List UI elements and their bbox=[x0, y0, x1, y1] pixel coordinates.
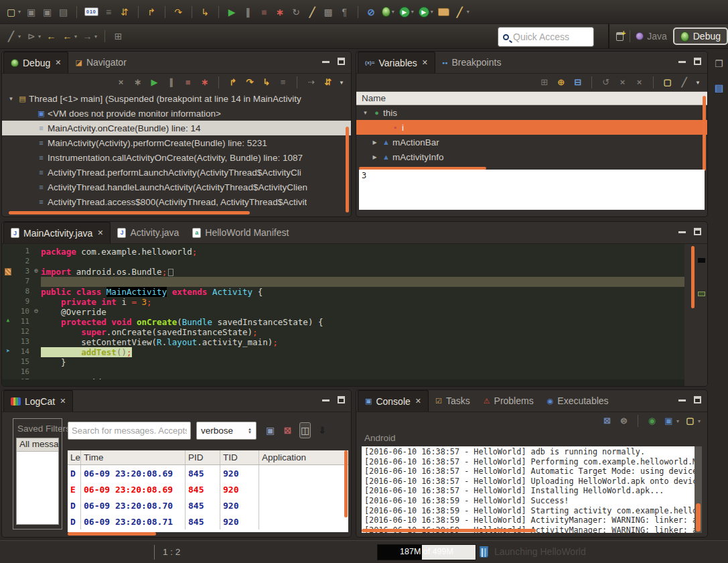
trace-file-icon[interactable]: 010 bbox=[84, 7, 98, 16]
suspend-icon[interactable]: ∥ bbox=[165, 76, 177, 88]
step-return-icon[interactable]: ↳ bbox=[261, 76, 272, 88]
maximize-icon[interactable] bbox=[694, 228, 701, 235]
forward-chevron[interactable]: ▾ bbox=[94, 34, 97, 40]
clear-console-icon[interactable]: ⊠ bbox=[601, 415, 613, 427]
tab-activity-java[interactable]: JActivity.java bbox=[111, 222, 186, 243]
coverage-pen-icon[interactable]: ╱ bbox=[454, 5, 465, 19]
saved-filters-list[interactable]: All messages bbox=[16, 438, 59, 525]
tree-row[interactable]: ▣<VM does not provide monitor informatio… bbox=[2, 106, 351, 121]
tab-console[interactable]: ▣Console✕ bbox=[358, 390, 429, 412]
new-wizard-icon[interactable]: ▢ bbox=[5, 5, 17, 19]
code-text[interactable]: super.onCreate(savedInstanceState); bbox=[41, 327, 684, 337]
outline-view-icon[interactable]: ▤ bbox=[713, 80, 725, 95]
tree-row[interactable]: ≡MainActivity.onCreate(Bundle) line: 14 bbox=[2, 121, 351, 135]
run-last-icon[interactable]: ↻ bbox=[291, 5, 302, 19]
code-text[interactable] bbox=[41, 367, 684, 377]
step-filters-icon[interactable]: ⇵ bbox=[322, 76, 334, 88]
save-all-icon[interactable]: ▣ bbox=[42, 5, 53, 19]
tab-problems[interactable]: ⚠Problems bbox=[477, 390, 540, 412]
tree-row[interactable]: ▶▲mActionBar bbox=[356, 135, 707, 149]
quick-access-input[interactable]: Quick Access bbox=[498, 27, 593, 46]
column-header-level[interactable]: Level bbox=[68, 450, 81, 464]
logcat-row[interactable]: E06-09 23:20:08.69845920 bbox=[68, 481, 348, 497]
minimize-icon[interactable] bbox=[678, 231, 686, 233]
add-watch-icon[interactable]: ⊕ bbox=[555, 76, 567, 88]
minimize-icon[interactable] bbox=[678, 399, 686, 401]
code-line[interactable]: 13 setContentView(R.layout.activity_main… bbox=[2, 337, 684, 347]
code-text[interactable] bbox=[41, 257, 684, 267]
relaunch-icon[interactable]: ∗ bbox=[275, 5, 286, 19]
disconnect-icon[interactable]: ∗ bbox=[199, 76, 210, 88]
code-text[interactable]: addTest(); bbox=[41, 347, 684, 357]
code-text[interactable]: protected void onCreate(Bundle savedInst… bbox=[41, 317, 684, 327]
remove-all-icon[interactable]: × bbox=[634, 76, 645, 88]
change-value-icon[interactable]: ↺ bbox=[600, 76, 611, 88]
show-whitespace-icon[interactable]: ¶ bbox=[339, 5, 350, 19]
use-step-filters-icon[interactable]: ⇢ bbox=[305, 76, 317, 88]
tab-variables[interactable]: (x)=Variables✕ bbox=[358, 52, 435, 73]
logcat-row[interactable]: D06-09 23:20:08.69845920 bbox=[68, 465, 348, 481]
step-over-icon[interactable]: ↷ bbox=[173, 5, 184, 19]
code-line[interactable]: 1package com.example.helloworld; bbox=[2, 247, 684, 257]
show-logical-structure-icon[interactable]: ⊞ bbox=[538, 76, 550, 88]
expander-icon[interactable]: ▼ bbox=[360, 110, 370, 116]
print-icon[interactable]: ▤ bbox=[58, 5, 69, 19]
column-header-tid[interactable]: TID bbox=[220, 450, 259, 464]
profile-icon[interactable]: ▶ bbox=[419, 7, 429, 17]
code-text[interactable]: public class MainActivity extends Activi… bbox=[41, 287, 684, 297]
spinner-arrows-icon[interactable]: ▲▼ bbox=[248, 428, 252, 434]
heap-status[interactable]: 187M of 499M bbox=[377, 544, 476, 560]
maximize-icon[interactable] bbox=[338, 396, 345, 403]
step-over-icon[interactable]: ↷ bbox=[244, 76, 255, 88]
code-line[interactable]: 16 bbox=[2, 367, 684, 377]
code-line[interactable]: 3⊕import android.os.Bundle; bbox=[2, 267, 684, 277]
step-filters-icon[interactable]: ⇵ bbox=[119, 5, 131, 19]
console-vscrollbar[interactable] bbox=[696, 503, 701, 531]
terminate-icon[interactable]: ■ bbox=[182, 76, 194, 88]
variable-detail-pane[interactable]: 3 bbox=[359, 170, 705, 210]
open-console-icon[interactable]: ▢ bbox=[684, 415, 696, 427]
tree-row[interactable]: ▶▲mActivityInfo bbox=[356, 149, 707, 164]
tree-row[interactable]: ▼▤Thread [<1> main] (Suspended (breakpoi… bbox=[2, 91, 351, 106]
filter-item-all-messages[interactable]: All messages bbox=[17, 438, 58, 452]
code-line[interactable]: 7 bbox=[2, 277, 684, 287]
next-annotation-icon[interactable]: ⊳ bbox=[25, 29, 37, 44]
back-chevron[interactable]: ▾ bbox=[74, 34, 77, 40]
edit-watch-icon[interactable]: ╱ bbox=[678, 76, 690, 88]
code-line[interactable]: ➤14 addTest(); bbox=[2, 347, 684, 357]
forward-icon[interactable]: → bbox=[82, 29, 93, 44]
tab-logcat[interactable]: LogCat✕ bbox=[3, 390, 73, 412]
code-line[interactable]: 9 private int i = 3; bbox=[2, 297, 684, 307]
view-menu-icon[interactable]: ▼ bbox=[339, 80, 344, 86]
tab-helloworld-manifest[interactable]: aHelloWorld Manifest bbox=[186, 222, 295, 243]
editor-hscroll-track[interactable] bbox=[2, 379, 684, 386]
mark-occurrences-icon[interactable]: ▩ bbox=[323, 5, 334, 19]
debug-line-marker[interactable] bbox=[698, 292, 705, 296]
logcat-hscrollbar[interactable] bbox=[68, 532, 156, 536]
scroll-lock-icon[interactable]: ⊜ bbox=[618, 415, 630, 427]
step-into-icon[interactable]: ↱ bbox=[227, 76, 238, 88]
code-text[interactable]: private int i = 3; bbox=[41, 297, 684, 307]
tab-tasks[interactable]: ☑Tasks bbox=[429, 390, 477, 412]
last-edit-location-icon[interactable]: ← bbox=[46, 29, 57, 44]
remove-icon[interactable]: × bbox=[617, 76, 628, 88]
resume-icon[interactable]: ▶ bbox=[226, 5, 238, 19]
annotate-chevron[interactable]: ▾ bbox=[18, 34, 21, 40]
debug-icon[interactable] bbox=[382, 7, 390, 17]
code-text[interactable] bbox=[41, 277, 684, 287]
view-menu-icon[interactable]: ▼ bbox=[695, 80, 701, 86]
code-line[interactable]: 15 } bbox=[2, 357, 684, 367]
resume-icon[interactable]: ▶ bbox=[149, 76, 160, 88]
code-editor[interactable]: 1package com.example.helloworld;23⊕impor… bbox=[2, 244, 684, 381]
variables-vscrollbar[interactable] bbox=[703, 96, 706, 171]
close-icon[interactable]: ✕ bbox=[55, 58, 61, 67]
profile-chevron[interactable]: ▾ bbox=[431, 9, 433, 15]
save-log-icon[interactable]: ▣ bbox=[265, 423, 276, 438]
overview-ruler[interactable] bbox=[697, 244, 707, 386]
debug-chevron[interactable]: ▾ bbox=[392, 9, 394, 15]
drop-to-frame-icon[interactable]: ≡ bbox=[103, 5, 115, 19]
expander-icon[interactable]: ▶ bbox=[370, 139, 380, 145]
console-output[interactable]: [2016-06-10 16:38:57 - HelloWorld] adb i… bbox=[362, 446, 702, 533]
expander-icon[interactable]: ▶ bbox=[370, 154, 380, 160]
logcat-level-select[interactable]: verbose ▲▼ bbox=[196, 422, 257, 440]
